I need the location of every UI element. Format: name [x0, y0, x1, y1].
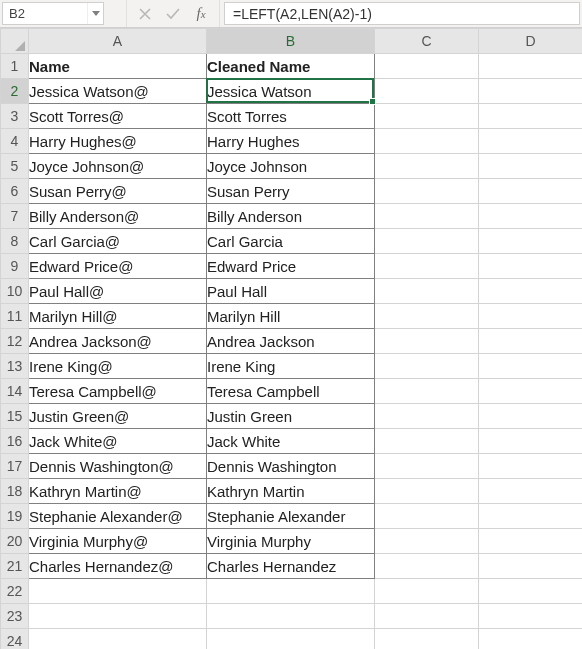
- cancel-formula-button[interactable]: [135, 3, 155, 25]
- cell-D4[interactable]: [479, 129, 583, 154]
- cell-B8[interactable]: Carl Garcia: [207, 229, 375, 254]
- cell-C13[interactable]: [375, 354, 479, 379]
- row-head-8[interactable]: 8: [1, 229, 29, 254]
- formula-input[interactable]: =LEFT(A2,LEN(A2)-1): [224, 2, 580, 25]
- cell-A3[interactable]: Scott Torres@: [29, 104, 207, 129]
- row-head-17[interactable]: 17: [1, 454, 29, 479]
- cell-C11[interactable]: [375, 304, 479, 329]
- cell-D3[interactable]: [479, 104, 583, 129]
- cell-A22[interactable]: [29, 579, 207, 604]
- cell-D22[interactable]: [479, 579, 583, 604]
- cell-C16[interactable]: [375, 429, 479, 454]
- cell-C19[interactable]: [375, 504, 479, 529]
- cell-B23[interactable]: [207, 604, 375, 629]
- cell-A8[interactable]: Carl Garcia@: [29, 229, 207, 254]
- cell-D18[interactable]: [479, 479, 583, 504]
- col-head-A[interactable]: A: [29, 29, 207, 54]
- cell-C10[interactable]: [375, 279, 479, 304]
- cell-D15[interactable]: [479, 404, 583, 429]
- cell-A7[interactable]: Billy Anderson@: [29, 204, 207, 229]
- cell-C24[interactable]: [375, 629, 479, 650]
- cell-A20[interactable]: Virginia Murphy@: [29, 529, 207, 554]
- cell-A6[interactable]: Susan Perry@: [29, 179, 207, 204]
- cell-B16[interactable]: Jack White: [207, 429, 375, 454]
- cell-A2[interactable]: Jessica Watson@: [29, 79, 207, 104]
- cell-D21[interactable]: [479, 554, 583, 579]
- cell-C22[interactable]: [375, 579, 479, 604]
- cell-D9[interactable]: [479, 254, 583, 279]
- col-head-D[interactable]: D: [479, 29, 583, 54]
- cell-C2[interactable]: [375, 79, 479, 104]
- cell-A12[interactable]: Andrea Jackson@: [29, 329, 207, 354]
- cell-B22[interactable]: [207, 579, 375, 604]
- row-head-23[interactable]: 23: [1, 604, 29, 629]
- cell-D23[interactable]: [479, 604, 583, 629]
- cell-A21[interactable]: Charles Hernandez@: [29, 554, 207, 579]
- cell-D12[interactable]: [479, 329, 583, 354]
- row-head-11[interactable]: 11: [1, 304, 29, 329]
- row-head-13[interactable]: 13: [1, 354, 29, 379]
- cell-B17[interactable]: Dennis Washington: [207, 454, 375, 479]
- cell-B21[interactable]: Charles Hernandez: [207, 554, 375, 579]
- row-head-9[interactable]: 9: [1, 254, 29, 279]
- row-head-3[interactable]: 3: [1, 104, 29, 129]
- cell-C8[interactable]: [375, 229, 479, 254]
- cell-D5[interactable]: [479, 154, 583, 179]
- cell-D6[interactable]: [479, 179, 583, 204]
- cell-D19[interactable]: [479, 504, 583, 529]
- row-head-14[interactable]: 14: [1, 379, 29, 404]
- cell-C6[interactable]: [375, 179, 479, 204]
- cell-A1[interactable]: Name: [29, 54, 207, 79]
- cell-B6[interactable]: Susan Perry: [207, 179, 375, 204]
- cell-B3[interactable]: Scott Torres: [207, 104, 375, 129]
- row-head-20[interactable]: 20: [1, 529, 29, 554]
- cell-C23[interactable]: [375, 604, 479, 629]
- col-head-B[interactable]: B: [207, 29, 375, 54]
- row-head-24[interactable]: 24: [1, 629, 29, 650]
- cell-C21[interactable]: [375, 554, 479, 579]
- cell-C12[interactable]: [375, 329, 479, 354]
- cell-B13[interactable]: Irene King: [207, 354, 375, 379]
- row-head-15[interactable]: 15: [1, 404, 29, 429]
- cell-A5[interactable]: Joyce Johnson@: [29, 154, 207, 179]
- cell-D7[interactable]: [479, 204, 583, 229]
- cell-B5[interactable]: Joyce Johnson: [207, 154, 375, 179]
- cell-B12[interactable]: Andrea Jackson: [207, 329, 375, 354]
- row-head-19[interactable]: 19: [1, 504, 29, 529]
- cell-D20[interactable]: [479, 529, 583, 554]
- cell-C1[interactable]: [375, 54, 479, 79]
- cell-D24[interactable]: [479, 629, 583, 650]
- row-head-2[interactable]: 2: [1, 79, 29, 104]
- cell-B1[interactable]: Cleaned Name: [207, 54, 375, 79]
- cell-D14[interactable]: [479, 379, 583, 404]
- cell-C4[interactable]: [375, 129, 479, 154]
- cell-B18[interactable]: Kathryn Martin: [207, 479, 375, 504]
- col-head-C[interactable]: C: [375, 29, 479, 54]
- row-head-12[interactable]: 12: [1, 329, 29, 354]
- cell-D16[interactable]: [479, 429, 583, 454]
- cell-B2[interactable]: Jessica Watson: [207, 79, 375, 104]
- cell-D8[interactable]: [479, 229, 583, 254]
- cell-D2[interactable]: [479, 79, 583, 104]
- row-head-22[interactable]: 22: [1, 579, 29, 604]
- cell-A15[interactable]: Justin Green@: [29, 404, 207, 429]
- cell-B4[interactable]: Harry Hughes: [207, 129, 375, 154]
- cell-C3[interactable]: [375, 104, 479, 129]
- cell-B9[interactable]: Edward Price: [207, 254, 375, 279]
- row-head-7[interactable]: 7: [1, 204, 29, 229]
- cell-D10[interactable]: [479, 279, 583, 304]
- name-box-dropdown[interactable]: [87, 3, 103, 24]
- row-head-1[interactable]: 1: [1, 54, 29, 79]
- name-box[interactable]: [3, 3, 87, 24]
- cell-A24[interactable]: [29, 629, 207, 650]
- cell-D17[interactable]: [479, 454, 583, 479]
- row-head-18[interactable]: 18: [1, 479, 29, 504]
- cell-A4[interactable]: Harry Hughes@: [29, 129, 207, 154]
- cell-B10[interactable]: Paul Hall: [207, 279, 375, 304]
- cell-A18[interactable]: Kathryn Martin@: [29, 479, 207, 504]
- cell-B19[interactable]: Stephanie Alexander: [207, 504, 375, 529]
- select-all-corner[interactable]: [1, 29, 29, 54]
- cell-A16[interactable]: Jack White@: [29, 429, 207, 454]
- row-head-4[interactable]: 4: [1, 129, 29, 154]
- row-head-21[interactable]: 21: [1, 554, 29, 579]
